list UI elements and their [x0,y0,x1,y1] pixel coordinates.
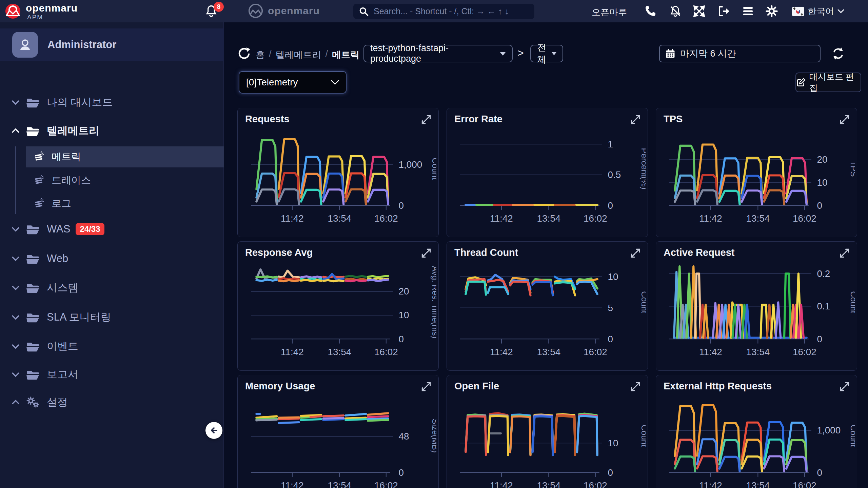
account-name[interactable]: 오픈마루 [592,6,627,18]
error-rate-chart[interactable]: 00.5111:4213:5416:02Percent(%) [450,128,646,235]
sidebar-item-metrics[interactable]: 메트릭 [26,146,224,167]
sidebar-collapse-button[interactable] [205,422,222,439]
notifications-off-icon[interactable] [669,4,682,18]
folder-icon [26,340,40,352]
sidebar-subitem-label: 메트릭 [52,150,81,164]
sidebar-item-label: 이벤트 [47,339,78,353]
logout-icon[interactable] [717,4,730,18]
fullscreen-icon[interactable] [692,4,706,18]
svg-text:10: 10 [608,438,618,448]
svg-text:10: 10 [399,310,409,321]
svg-text:11:42: 11:42 [490,347,513,357]
chart-title: Requests [245,114,290,125]
svg-text:Count: Count [640,291,646,313]
svg-text:13:54: 13:54 [328,347,351,357]
phone-icon[interactable] [644,4,657,18]
svg-text:0: 0 [608,334,613,344]
open-file-chart[interactable]: 01011:4213:5416:02Count [450,395,646,488]
sidebar-item-events[interactable]: 이벤트 [0,337,224,356]
svg-text:Count: Count [640,425,646,447]
scope-select-value: 전체 [537,41,549,66]
sidebar-item-logs[interactable]: 로그 [26,193,224,214]
sidebar-item-traces[interactable]: 트레이스 [26,170,224,191]
sidebar-item-my-dashboard[interactable]: 나의 대시보드 [0,93,224,112]
breadcrumb-home[interactable]: 홈 [256,49,265,61]
menu-icon[interactable] [741,4,755,18]
application-select[interactable]: test-python-fastapi-productpage [363,45,513,62]
chart-card-error-rate: Error Rate 00.5111:4213:5416:02Percent(%… [447,108,648,237]
chart-card-tps: TPS 0102011:4213:5416:02TPS [656,108,857,237]
memory-usage-chart[interactable]: 04811:4213:5416:02Size(MB) [240,395,436,488]
svg-text:13:54: 13:54 [328,480,351,488]
chart-card-response-avg: Response Avg 0102011:4213:5416:02Avg. Re… [237,241,439,371]
svg-text:0.1: 0.1 [817,301,830,311]
expand-icon[interactable] [839,381,851,393]
expand-icon[interactable] [629,381,642,393]
dashboard-select[interactable]: [0]Telemetry [239,71,347,94]
sidebar-item-settings[interactable]: 설정 [0,393,224,412]
breadcrumb-section[interactable]: 텔레메트리 [276,49,321,61]
chart-card-open-file: Open File 01011:4213:5416:02Count [447,375,648,488]
arrow-left-icon [209,426,219,435]
expand-icon[interactable] [839,114,851,126]
sidebar-item-label: Web [47,252,68,265]
chart-title: Thread Count [454,247,518,258]
language-selector[interactable]: 한국어 [792,5,844,17]
chart-title: Active Request [664,247,735,258]
expand-icon[interactable] [839,247,851,259]
svg-text:16:02: 16:02 [793,480,816,488]
center-logo[interactable]: openmaru [248,3,320,18]
svg-text:20: 20 [817,154,828,165]
refresh-icon[interactable] [237,47,251,60]
chart-grid: Requests 01,00011:4213:5416:02Count Erro… [237,108,857,488]
svg-text:5: 5 [608,303,613,313]
sidebar-item-telemetry[interactable]: 텔레메트리 [0,121,224,140]
expand-icon[interactable] [629,247,642,259]
sidebar: Administrator 나의 대시보드 텔레메트리 메트릭 트레이 [0,22,224,488]
active-request-chart[interactable]: 00.10.211:4213:5416:02Count [659,261,855,368]
sidebar-item-web[interactable]: Web [0,249,224,268]
svg-text:0: 0 [817,200,823,211]
tps-chart[interactable]: 0102011:4213:5416:02TPS [659,128,855,235]
flag-korea-icon [792,7,804,16]
sidebar-item-reports[interactable]: 보고서 [0,365,224,384]
caret-down-icon [500,52,506,56]
expand-icon[interactable] [420,114,432,126]
expand-icon[interactable] [629,114,642,126]
time-range-picker[interactable]: 마지막 6 시간 [659,45,821,62]
thread-count-chart[interactable]: 051011:4213:5416:02Count [450,261,646,368]
openmaru-logo-icon[interactable] [5,3,21,19]
avatar [12,32,38,58]
sidebar-item-system[interactable]: 시스템 [0,278,224,297]
requests-chart[interactable]: 01,00011:4213:5416:02Count [240,128,436,235]
external-http-requests-chart[interactable]: 01,00011:4213:5416:02Count [659,395,855,488]
chart-card-active-request: Active Request 00.10.211:4213:5416:02Cou… [656,241,857,371]
calendar-icon [665,48,675,59]
expand-icon[interactable] [420,247,432,259]
refresh-sync-icon[interactable] [831,46,846,61]
chevron-down-icon [12,256,20,261]
user-row[interactable]: Administrator [0,28,224,61]
gear-icon[interactable] [765,4,778,18]
sidebar-item-label: 시스템 [47,281,78,295]
chart-card-memory-usage: Memory Usage 04811:4213:5416:02Size(MB) [237,375,439,488]
search-input[interactable]: Search... - Shortcut - /, Ctl: → ← ↑ ↓ [353,4,534,19]
notification-badge: 8 [214,2,224,12]
notifications-button[interactable]: 8 [205,4,224,21]
response-avg-chart[interactable]: 0102011:4213:5416:02Avg. Res. Time(ms) [240,261,436,368]
sidebar-item-was[interactable]: WAS 24/33 [0,220,224,239]
svg-text:16:02: 16:02 [584,213,607,224]
expand-icon[interactable] [420,381,432,393]
search-placeholder: Search... - Shortcut - /, Ctl: → ← ↑ ↓ [374,6,509,16]
svg-text:Size(MB): Size(MB) [431,419,436,453]
edit-dashboard-button[interactable]: 대시보드 편집 [795,73,861,92]
folder-icon [26,368,40,381]
chevron-down-icon [12,100,20,105]
openmaru-gray-logo-icon [248,3,263,18]
svg-text:20: 20 [399,286,409,297]
svg-text:TPS: TPS [849,161,855,177]
gears-icon [26,396,40,408]
scope-select[interactable]: 전체 [530,45,563,62]
svg-text:0: 0 [608,200,613,211]
sidebar-item-sla-monitoring[interactable]: SLA 모니터링 [0,308,224,327]
